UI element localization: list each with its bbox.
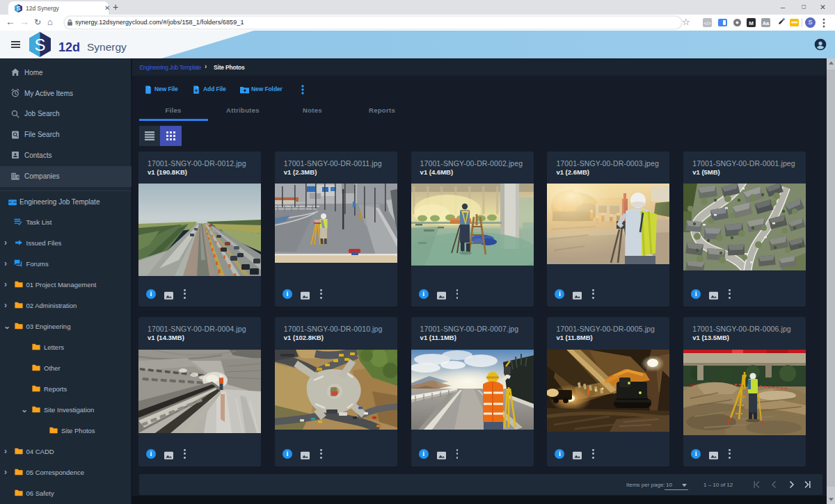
svg-text:Aa: Aa bbox=[763, 20, 770, 26]
svg-text:</>: </> bbox=[703, 21, 710, 26]
svg-text:M: M bbox=[749, 20, 754, 26]
svg-text:S: S bbox=[34, 35, 45, 54]
svg-text:S: S bbox=[17, 5, 21, 12]
